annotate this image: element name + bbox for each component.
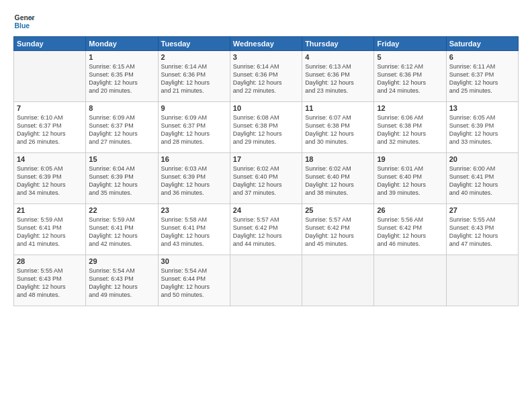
calendar-cell: 14Sunrise: 6:05 AM Sunset: 6:39 PM Dayli… xyxy=(14,153,86,204)
day-number: 2 xyxy=(161,53,227,61)
calendar-cell: 15Sunrise: 6:04 AM Sunset: 6:39 PM Dayli… xyxy=(86,153,158,204)
calendar-cell: 1Sunrise: 6:15 AM Sunset: 6:35 PM Daylig… xyxy=(86,51,158,102)
cell-info: Sunrise: 6:04 AM Sunset: 6:39 PM Dayligh… xyxy=(89,165,154,197)
day-number: 8 xyxy=(89,104,154,112)
calendar-cell xyxy=(230,255,302,306)
weekday-header-thursday: Thursday xyxy=(302,37,374,51)
calendar-cell: 16Sunrise: 6:03 AM Sunset: 6:39 PM Dayli… xyxy=(158,153,230,204)
weekday-header-sunday: Sunday xyxy=(14,37,86,51)
cell-info: Sunrise: 5:59 AM Sunset: 6:41 PM Dayligh… xyxy=(17,216,83,248)
day-number: 15 xyxy=(89,155,154,163)
cell-info: Sunrise: 6:12 AM Sunset: 6:36 PM Dayligh… xyxy=(377,62,443,95)
cell-info: Sunrise: 5:54 AM Sunset: 6:43 PM Dayligh… xyxy=(89,267,154,300)
calendar-week-3: 14Sunrise: 6:05 AM Sunset: 6:39 PM Dayli… xyxy=(14,153,519,204)
cell-info: Sunrise: 6:15 AM Sunset: 6:35 PM Dayligh… xyxy=(89,62,154,95)
calendar-cell xyxy=(446,255,518,306)
calendar-week-1: 1Sunrise: 6:15 AM Sunset: 6:35 PM Daylig… xyxy=(14,51,519,102)
cell-info: Sunrise: 6:14 AM Sunset: 6:36 PM Dayligh… xyxy=(233,62,299,95)
calendar-cell: 7Sunrise: 6:10 AM Sunset: 6:37 PM Daylig… xyxy=(14,102,86,153)
weekday-header-saturday: Saturday xyxy=(446,37,518,51)
cell-info: Sunrise: 5:57 AM Sunset: 6:42 PM Dayligh… xyxy=(305,216,371,248)
weekday-header-tuesday: Tuesday xyxy=(158,37,230,51)
calendar-cell: 22Sunrise: 5:59 AM Sunset: 6:41 PM Dayli… xyxy=(86,204,158,255)
day-number: 18 xyxy=(305,155,371,163)
cell-info: Sunrise: 5:54 AM Sunset: 6:44 PM Dayligh… xyxy=(161,267,227,300)
weekday-header-row: SundayMondayTuesdayWednesdayThursdayFrid… xyxy=(14,37,519,51)
calendar-cell: 29Sunrise: 5:54 AM Sunset: 6:43 PM Dayli… xyxy=(86,255,158,306)
calendar-cell: 30Sunrise: 5:54 AM Sunset: 6:44 PM Dayli… xyxy=(158,255,230,306)
cell-info: Sunrise: 6:00 AM Sunset: 6:41 PM Dayligh… xyxy=(449,165,515,197)
day-number: 5 xyxy=(377,53,443,61)
cell-info: Sunrise: 6:05 AM Sunset: 6:39 PM Dayligh… xyxy=(17,165,83,197)
calendar-cell xyxy=(14,51,86,102)
day-number: 16 xyxy=(161,155,227,163)
cell-info: Sunrise: 6:09 AM Sunset: 6:37 PM Dayligh… xyxy=(161,113,227,146)
cell-info: Sunrise: 6:06 AM Sunset: 6:38 PM Dayligh… xyxy=(377,113,443,146)
weekday-header-wednesday: Wednesday xyxy=(230,37,302,51)
calendar-table: SundayMondayTuesdayWednesdayThursdayFrid… xyxy=(13,36,519,306)
svg-text:Blue: Blue xyxy=(15,22,30,30)
calendar-cell: 2Sunrise: 6:14 AM Sunset: 6:36 PM Daylig… xyxy=(158,51,230,102)
cell-info: Sunrise: 5:58 AM Sunset: 6:41 PM Dayligh… xyxy=(161,216,227,248)
calendar-cell: 13Sunrise: 6:05 AM Sunset: 6:39 PM Dayli… xyxy=(446,102,518,153)
day-number: 22 xyxy=(89,206,154,214)
cell-info: Sunrise: 5:55 AM Sunset: 6:43 PM Dayligh… xyxy=(449,216,515,248)
day-number: 28 xyxy=(17,257,83,265)
day-number: 26 xyxy=(377,206,443,214)
calendar-cell: 21Sunrise: 5:59 AM Sunset: 6:41 PM Dayli… xyxy=(14,204,86,255)
day-number: 10 xyxy=(233,104,299,112)
day-number: 20 xyxy=(449,155,515,163)
day-number: 24 xyxy=(233,206,299,214)
calendar-cell: 19Sunrise: 6:01 AM Sunset: 6:40 PM Dayli… xyxy=(374,153,446,204)
cell-info: Sunrise: 5:59 AM Sunset: 6:41 PM Dayligh… xyxy=(89,216,154,248)
day-number: 4 xyxy=(305,53,371,61)
cell-info: Sunrise: 6:14 AM Sunset: 6:36 PM Dayligh… xyxy=(161,62,227,95)
calendar-cell: 17Sunrise: 6:02 AM Sunset: 6:40 PM Dayli… xyxy=(230,153,302,204)
day-number: 25 xyxy=(305,206,371,214)
calendar-cell: 5Sunrise: 6:12 AM Sunset: 6:36 PM Daylig… xyxy=(374,51,446,102)
day-number: 1 xyxy=(89,53,154,61)
calendar-cell xyxy=(302,255,374,306)
calendar-cell: 23Sunrise: 5:58 AM Sunset: 6:41 PM Dayli… xyxy=(158,204,230,255)
calendar-cell: 25Sunrise: 5:57 AM Sunset: 6:42 PM Dayli… xyxy=(302,204,374,255)
cell-info: Sunrise: 5:57 AM Sunset: 6:42 PM Dayligh… xyxy=(233,216,299,248)
day-number: 27 xyxy=(449,206,515,214)
cell-info: Sunrise: 5:55 AM Sunset: 6:43 PM Dayligh… xyxy=(17,267,83,300)
logo-icon: General Blue xyxy=(13,11,35,32)
calendar-page: General Blue SundayMondayTuesdayWednesda… xyxy=(0,0,532,411)
calendar-week-4: 21Sunrise: 5:59 AM Sunset: 6:41 PM Dayli… xyxy=(14,204,519,255)
day-number: 14 xyxy=(17,155,83,163)
day-number: 30 xyxy=(161,257,227,265)
day-number: 19 xyxy=(377,155,443,163)
cell-info: Sunrise: 6:02 AM Sunset: 6:40 PM Dayligh… xyxy=(233,165,299,197)
cell-info: Sunrise: 6:01 AM Sunset: 6:40 PM Dayligh… xyxy=(377,165,443,197)
calendar-week-5: 28Sunrise: 5:55 AM Sunset: 6:43 PM Dayli… xyxy=(14,255,519,306)
day-number: 21 xyxy=(17,206,83,214)
day-number: 29 xyxy=(89,257,154,265)
day-number: 6 xyxy=(449,53,515,61)
cell-info: Sunrise: 6:11 AM Sunset: 6:37 PM Dayligh… xyxy=(449,62,515,95)
day-number: 9 xyxy=(161,104,227,112)
calendar-cell: 12Sunrise: 6:06 AM Sunset: 6:38 PM Dayli… xyxy=(374,102,446,153)
day-number: 23 xyxy=(161,206,227,214)
day-number: 11 xyxy=(305,104,371,112)
weekday-header-monday: Monday xyxy=(86,37,158,51)
day-number: 17 xyxy=(233,155,299,163)
calendar-cell: 24Sunrise: 5:57 AM Sunset: 6:42 PM Dayli… xyxy=(230,204,302,255)
weekday-header-friday: Friday xyxy=(374,37,446,51)
calendar-cell: 11Sunrise: 6:07 AM Sunset: 6:38 PM Dayli… xyxy=(302,102,374,153)
cell-info: Sunrise: 6:07 AM Sunset: 6:38 PM Dayligh… xyxy=(305,113,371,146)
day-number: 7 xyxy=(17,104,83,112)
day-number: 3 xyxy=(233,53,299,61)
cell-info: Sunrise: 6:13 AM Sunset: 6:36 PM Dayligh… xyxy=(305,62,371,95)
calendar-cell xyxy=(374,255,446,306)
calendar-cell: 3Sunrise: 6:14 AM Sunset: 6:36 PM Daylig… xyxy=(230,51,302,102)
calendar-cell: 4Sunrise: 6:13 AM Sunset: 6:36 PM Daylig… xyxy=(302,51,374,102)
day-number: 12 xyxy=(377,104,443,112)
cell-info: Sunrise: 6:09 AM Sunset: 6:37 PM Dayligh… xyxy=(89,113,154,146)
calendar-week-2: 7Sunrise: 6:10 AM Sunset: 6:37 PM Daylig… xyxy=(14,102,519,153)
header: General Blue xyxy=(13,11,519,32)
calendar-cell: 6Sunrise: 6:11 AM Sunset: 6:37 PM Daylig… xyxy=(446,51,518,102)
cell-info: Sunrise: 6:05 AM Sunset: 6:39 PM Dayligh… xyxy=(449,113,515,146)
logo: General Blue xyxy=(13,11,38,32)
